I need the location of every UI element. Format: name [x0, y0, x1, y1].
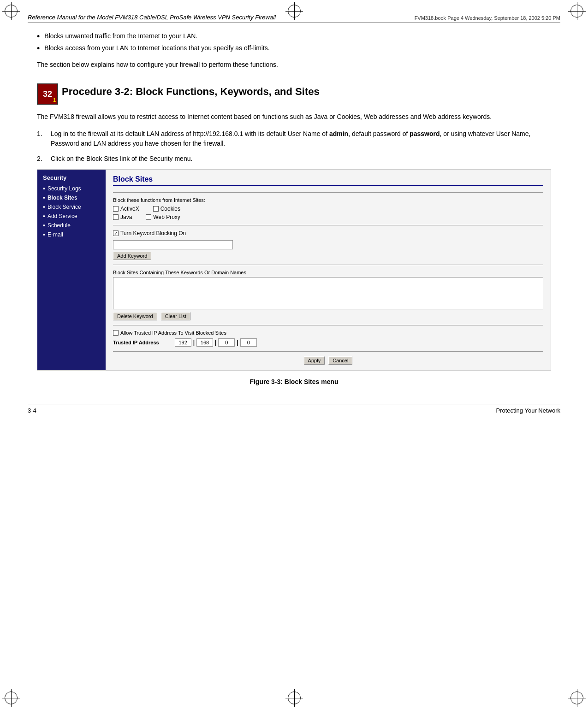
ip-octet-1[interactable]	[175, 338, 191, 347]
proc-icon-main: 32	[43, 90, 52, 98]
divider-5	[113, 351, 543, 352]
reg-mark-br	[570, 691, 583, 704]
divider-2	[113, 225, 543, 225]
java-checkbox[interactable]	[113, 214, 119, 220]
apply-button[interactable]: Apply	[304, 356, 325, 365]
keyword-buttons-row: Delete Keyword Clear List	[113, 312, 543, 320]
footer-section-title: Protecting Your Network	[496, 407, 560, 414]
step-1: 1. Log in to the firewall at its default…	[37, 129, 551, 148]
domain-listbox[interactable]	[113, 277, 543, 309]
cancel-button[interactable]: Cancel	[328, 356, 352, 365]
trusted-checkbox-label: Allow Trusted IP Address To Visit Blocke…	[120, 330, 226, 336]
sidebar-item-block-sites[interactable]: Block Sites	[43, 194, 100, 201]
section-intro: The section below explains how to config…	[37, 60, 551, 70]
sidebar-item-schedule[interactable]: Schedule	[43, 222, 100, 229]
sidebar-item-block-service[interactable]: Block Service	[43, 203, 100, 211]
bullet-item-2: Blocks access from your LAN to Internet …	[37, 44, 551, 53]
procedure-icon: 32 1	[37, 83, 58, 105]
reg-mark-bottom	[288, 691, 301, 704]
divider-4	[113, 325, 543, 325]
step-2-num: 2.	[37, 154, 51, 164]
header-title: Reference Manual for the Model FVM318 Ca…	[28, 14, 276, 21]
sidebar-item-security-logs[interactable]: Security Logs	[43, 185, 100, 192]
checkbox-row-1: ActiveX Cookies	[113, 206, 543, 212]
keyword-blocking-label: Turn Keyword Blocking On	[120, 230, 186, 236]
reg-mark-tr	[570, 5, 583, 18]
reg-mark-tl	[5, 5, 18, 18]
step-2-content: Click on the Block Sites link of the Sec…	[51, 154, 551, 164]
page-footer: 3-4 Protecting Your Network	[28, 404, 560, 414]
procedure-heading: 32 1 Procedure 3-2: Block Functions, Key…	[37, 83, 551, 105]
ip-octet-3[interactable]	[218, 338, 235, 347]
keyword-input-area: Add Keyword	[113, 240, 543, 260]
trusted-checkbox-row[interactable]: Allow Trusted IP Address To Visit Blocke…	[113, 330, 543, 336]
step-1-content: Log in to the firewall at its default LA…	[51, 129, 551, 148]
step-1-num: 1.	[37, 129, 51, 148]
procedure-title: Procedure 3-2: Block Functions, Keywords…	[62, 83, 320, 97]
activex-checkbox[interactable]	[113, 206, 119, 212]
reg-mark-top	[288, 5, 301, 18]
bullet-item-1: Blocks unwanted traffic from the Interne…	[37, 32, 551, 41]
ip-octet-4[interactable]	[240, 338, 257, 347]
ip-octet-2[interactable]	[196, 338, 213, 347]
sidebar-item-add-service[interactable]: Add Service	[43, 213, 100, 220]
divider-3	[113, 265, 543, 265]
step-2: 2. Click on the Block Sites link of the …	[37, 154, 551, 164]
trusted-checkbox[interactable]	[113, 330, 119, 336]
cookies-checkbox[interactable]	[153, 206, 159, 212]
webproxy-label: Web Proxy	[153, 214, 180, 220]
block-functions-label: Block these functions from Internet Site…	[113, 197, 543, 203]
figure-caption: Figure 3-3: Block Sites menu	[37, 378, 551, 385]
steps-list: 1. Log in to the firewall at its default…	[37, 129, 551, 164]
activex-label: ActiveX	[120, 206, 139, 212]
divider-1	[113, 192, 543, 193]
checkbox-cookies[interactable]: Cookies	[153, 206, 180, 212]
main-title: Block Sites	[113, 175, 543, 186]
clear-list-button[interactable]: Clear List	[161, 312, 190, 320]
main-panel: Block Sites Block these functions from I…	[106, 170, 551, 370]
trusted-ip-row: Trusted IP Address | | |	[113, 338, 543, 347]
bullet-list: Blocks unwanted traffic from the Interne…	[37, 32, 551, 53]
keyword-blocking-row[interactable]: Turn Keyword Blocking On	[113, 230, 543, 236]
reg-mark-bl	[5, 691, 18, 704]
checkbox-java[interactable]: Java	[113, 214, 132, 220]
keyword-textbox[interactable]	[113, 240, 233, 249]
sidebar-title: Security	[43, 174, 100, 181]
checkbox-webproxy[interactable]: Web Proxy	[146, 214, 180, 220]
cookies-label: Cookies	[160, 206, 180, 212]
ui-screenshot: Security Security Logs Block Sites Block…	[37, 169, 551, 371]
checkbox-activex[interactable]: ActiveX	[113, 206, 139, 212]
footer-page-num: 3-4	[28, 407, 36, 414]
add-keyword-button[interactable]: Add Keyword	[113, 252, 151, 260]
trusted-ip-section: Allow Trusted IP Address To Visit Blocke…	[113, 330, 543, 347]
java-label: Java	[120, 214, 132, 220]
sidebar-nav[interactable]: Security Logs Block Sites Block Service …	[43, 185, 100, 238]
file-info: FVM318.book Page 4 Wednesday, September …	[415, 15, 560, 21]
delete-keyword-button[interactable]: Delete Keyword	[113, 312, 157, 320]
webproxy-checkbox[interactable]	[146, 214, 151, 220]
trusted-ip-label: Trusted IP Address	[113, 340, 159, 345]
apply-cancel-row: Apply Cancel	[113, 356, 543, 365]
proc-icon-sub: 1	[53, 97, 56, 103]
procedure-body: The FVM318 firewall allows you to restri…	[37, 112, 551, 122]
sidebar: Security Security Logs Block Sites Block…	[37, 170, 106, 370]
sidebar-item-email[interactable]: E-mail	[43, 231, 100, 238]
keyword-blocking-checkbox[interactable]	[113, 230, 119, 236]
domain-list-label: Block Sites Containing These Keywords Or…	[113, 270, 543, 275]
checkbox-row-2: Java Web Proxy	[113, 214, 543, 220]
